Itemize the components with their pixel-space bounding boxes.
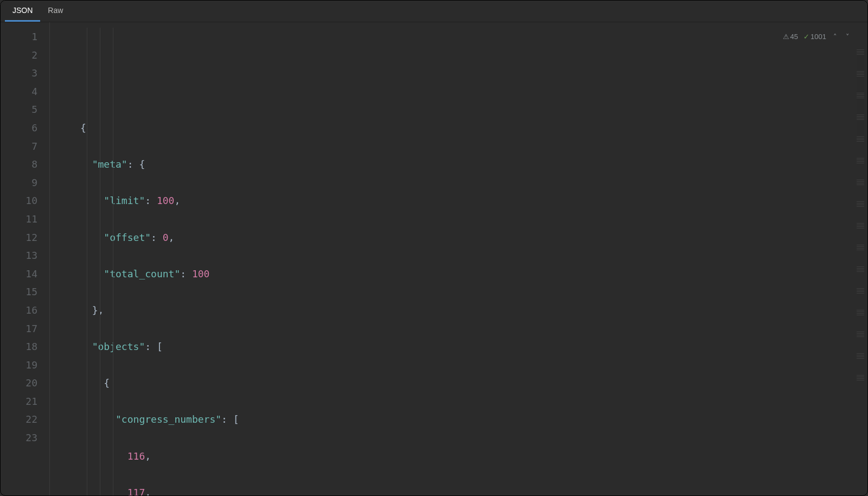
code-line: {	[80, 119, 867, 137]
line-number: 7	[1, 137, 37, 156]
indent-guide	[113, 28, 113, 495]
line-number: 13	[1, 246, 37, 265]
line-number: 23	[1, 429, 37, 447]
tab-raw[interactable]: Raw	[40, 1, 71, 22]
line-gutter: 1 2 3 4 5 6 7 8 9 10 11 12 13 14 15 16 1…	[1, 22, 49, 495]
line-number: 1	[1, 28, 37, 46]
line-number: 22	[1, 410, 37, 429]
line-number: 14	[1, 265, 37, 283]
code-line: 116,	[80, 447, 867, 466]
line-number: 2	[1, 46, 37, 65]
line-number: 20	[1, 374, 37, 392]
code-line: "meta": {	[80, 155, 867, 174]
line-number: 17	[1, 320, 37, 338]
line-number: 19	[1, 356, 37, 374]
gutter-divider	[49, 22, 50, 495]
tab-bar: JSON Raw	[1, 1, 867, 22]
line-number: 9	[1, 174, 37, 192]
code-line: {	[80, 374, 867, 392]
line-number: 5	[1, 100, 37, 119]
code-line: "total_count": 100	[80, 265, 867, 283]
code-line: },	[80, 301, 867, 320]
line-number: 11	[1, 210, 37, 228]
line-number: 16	[1, 301, 37, 320]
line-number: 18	[1, 338, 37, 356]
line-number: 3	[1, 64, 37, 82]
editor-status: 45 1001 ˄ ˅	[783, 28, 851, 46]
code-line: "objects": [	[80, 338, 867, 356]
ok-count[interactable]: 1001	[803, 28, 826, 46]
chevron-up-icon[interactable]: ˄	[832, 28, 839, 46]
warnings-count[interactable]: 45	[783, 28, 798, 46]
indent-guide	[100, 28, 100, 495]
code-line: 117,	[80, 484, 867, 496]
tab-json[interactable]: JSON	[5, 1, 40, 22]
chevron-down-icon[interactable]: ˅	[844, 28, 851, 46]
line-number: 10	[1, 192, 37, 210]
line-number: 8	[1, 155, 37, 174]
line-number: 12	[1, 228, 37, 247]
indent-guide	[87, 28, 87, 495]
minimap[interactable]	[857, 49, 864, 380]
code-line: "congress_numbers": [	[80, 410, 867, 429]
code-area[interactable]: { "meta": { "limit": 100, "offset": 0, "…	[80, 22, 867, 495]
line-number: 15	[1, 283, 37, 301]
line-number: 6	[1, 119, 37, 137]
code-editor[interactable]: 1 2 3 4 5 6 7 8 9 10 11 12 13 14 15 16 1…	[1, 22, 867, 495]
line-number: 4	[1, 82, 37, 101]
line-number: 21	[1, 392, 37, 411]
code-line: "offset": 0,	[80, 228, 867, 247]
code-line: "limit": 100,	[80, 192, 867, 210]
